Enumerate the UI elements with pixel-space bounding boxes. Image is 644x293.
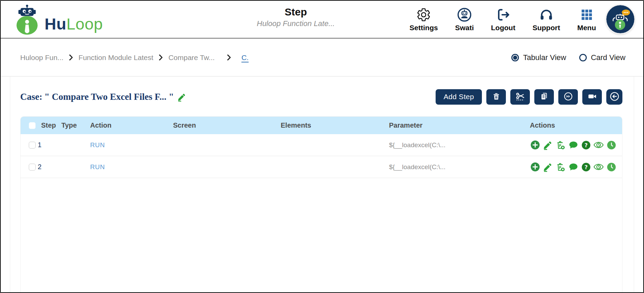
card-view-label: Card View	[591, 53, 625, 62]
steps-table: Step Type Action Screen Elements Paramet…	[20, 116, 622, 292]
fast-forward-icon	[563, 92, 573, 102]
comment-icon[interactable]	[568, 140, 579, 150]
back-button[interactable]	[606, 89, 622, 105]
page-subtitle: Huloop Function Late...	[210, 19, 381, 28]
delete-steps-button[interactable]	[486, 89, 506, 105]
brand-loop: Loop	[66, 15, 103, 33]
copy-steps-button[interactable]	[534, 89, 554, 105]
parameter-cell: ${__loadexcel(C:\...	[389, 141, 530, 149]
nav-settings[interactable]: Settings	[410, 7, 438, 32]
breadcrumb-item-2[interactable]: Function Module Latest	[78, 54, 153, 62]
breadcrumb-item-3[interactable]: Compare Tw...	[168, 54, 215, 62]
app-window: HuLoop Step Huloop Function Late... Sett…	[0, 0, 644, 293]
chevron-right-icon	[227, 55, 231, 60]
case-title: Case: " Compare Two Excel Files F... "	[20, 92, 186, 102]
schedule-clock-icon[interactable]	[606, 162, 617, 172]
cut-steps-button[interactable]	[510, 89, 530, 105]
action-link[interactable]: RUN	[90, 163, 173, 171]
copy-document-icon	[539, 92, 549, 102]
breadcrumb-bar: Huloop Fun... Function Module Latest Com…	[1, 39, 643, 77]
tabular-view-radio[interactable]	[511, 54, 519, 61]
scissors-icon	[515, 91, 525, 103]
table-header-row: Step Type Action Screen Elements Paramet…	[21, 117, 622, 134]
row-actions: ?	[530, 162, 622, 172]
tabular-view-option[interactable]: Tabular View	[511, 53, 566, 62]
comment-icon[interactable]	[568, 162, 579, 172]
column-header-action: Action	[90, 121, 173, 129]
card-view-radio[interactable]	[579, 54, 587, 61]
view-toggle-group: Tabular View Card View	[511, 53, 625, 62]
help-icon[interactable]: ?	[581, 162, 591, 172]
row-checkbox[interactable]	[29, 164, 36, 171]
add-step-button[interactable]: Add Step	[436, 89, 482, 105]
column-header-parameter: Parameter	[389, 121, 530, 129]
view-history-eye-icon[interactable]	[593, 140, 604, 150]
breadcrumb: Huloop Fun... Function Module Latest Com…	[20, 54, 248, 62]
case-name: " Compare Two Excel Files F... "	[44, 92, 174, 102]
brand-text: HuLoop	[45, 14, 103, 33]
view-history-eye-icon[interactable]	[593, 162, 604, 172]
nav-settings-label: Settings	[410, 24, 438, 32]
tabular-view-label: Tabular View	[523, 53, 566, 62]
headphones-icon	[539, 7, 554, 23]
huloop-robot-logo-icon	[13, 3, 41, 36]
edit-step-icon[interactable]	[543, 162, 553, 172]
breadcrumb-item-1[interactable]: Huloop Fun...	[20, 54, 63, 62]
content-frame: Case: " Compare Two Excel Files F... " A…	[10, 77, 634, 292]
page-title-block: Step Huloop Function Late...	[210, 6, 381, 28]
nav-swati-label: Swati	[455, 24, 474, 32]
trash-icon	[492, 92, 501, 102]
delete-step-icon[interactable]	[555, 162, 566, 172]
brand-hu: Hu	[45, 15, 66, 33]
case-label: Case:	[20, 92, 42, 102]
add-step-below-icon[interactable]	[530, 140, 540, 150]
record-button[interactable]	[582, 89, 602, 105]
column-header-type: Type	[60, 121, 90, 129]
schedule-clock-icon[interactable]	[606, 140, 617, 150]
edit-step-icon[interactable]	[543, 140, 553, 150]
card-view-option[interactable]: Card View	[579, 53, 625, 62]
column-header-step: Step	[38, 121, 60, 129]
row-checkbox[interactable]	[29, 142, 36, 149]
nav-support-label: Support	[533, 24, 560, 32]
column-header-elements: Elements	[281, 121, 389, 129]
nav-swati[interactable]: Swati	[455, 7, 474, 32]
table-row: 2 RUN ${__loadexcel(C:\... ?	[21, 156, 622, 178]
svg-text:?: ?	[584, 164, 587, 170]
breadcrumb-item-current[interactable]: C.	[241, 54, 248, 62]
app-header: HuLoop Step Huloop Function Late... Sett…	[1, 1, 643, 39]
page-title: Step	[210, 6, 381, 18]
robot-assistant-icon	[457, 7, 472, 23]
nav-logout[interactable]: Logout	[491, 7, 515, 32]
grid-menu-icon	[580, 7, 594, 23]
nav-support[interactable]: Support	[533, 7, 560, 32]
help-icon[interactable]: ?	[581, 140, 591, 150]
logout-icon	[496, 7, 511, 23]
case-header-row: Case: " Compare Two Excel Files F... " A…	[20, 87, 622, 106]
edit-case-name-icon[interactable]	[177, 92, 186, 102]
select-all-checkbox[interactable]	[29, 122, 36, 129]
gear-icon	[416, 7, 431, 23]
row-actions: ?	[530, 140, 622, 150]
add-step-below-icon[interactable]	[530, 162, 540, 172]
chevron-right-icon	[159, 55, 163, 60]
nav-menu[interactable]: Menu	[577, 7, 596, 32]
header-nav: Settings Swati	[410, 7, 596, 32]
step-toolbar: Add Step	[436, 89, 622, 105]
column-header-screen: Screen	[173, 121, 281, 129]
table-row: 1 RUN ${__loadexcel(C:\... ?	[21, 134, 622, 156]
action-link[interactable]: RUN	[90, 141, 173, 149]
nav-menu-label: Menu	[577, 24, 596, 32]
svg-text:?: ?	[584, 142, 587, 148]
arrow-left-circle-icon	[609, 91, 620, 103]
main-content: Case: " Compare Two Excel Files F... " A…	[1, 77, 643, 292]
user-avatar[interactable]	[606, 5, 634, 33]
video-camera-icon	[587, 92, 597, 102]
parameter-cell: ${__loadexcel(C:\...	[389, 163, 530, 171]
column-header-actions: Actions	[530, 121, 622, 129]
delete-step-icon[interactable]	[555, 140, 566, 150]
chevron-right-icon	[69, 55, 73, 60]
huloop-logo[interactable]: HuLoop	[13, 3, 103, 36]
skip-forward-button[interactable]	[558, 89, 578, 105]
nav-logout-label: Logout	[491, 24, 515, 32]
